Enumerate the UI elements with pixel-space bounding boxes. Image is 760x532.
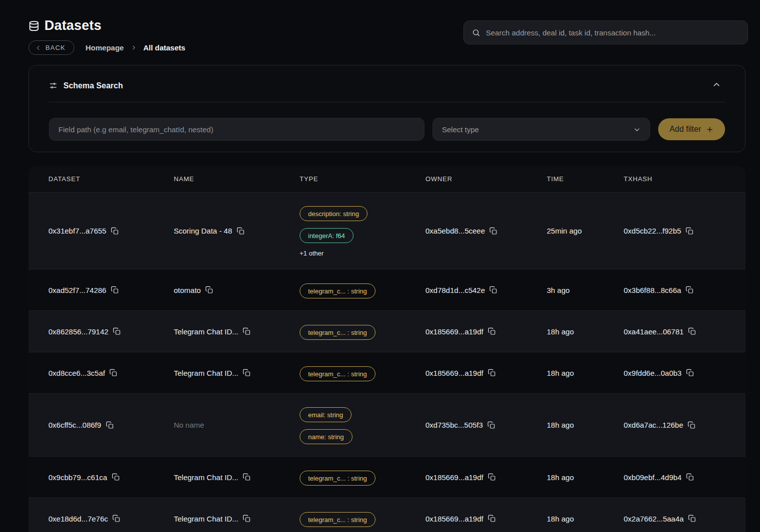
time-value: 18h ago — [547, 327, 574, 336]
chevron-right-icon — [131, 45, 136, 50]
copy-icon — [686, 473, 694, 481]
txhash-value: 0xb09ebf...4d9b4 — [624, 473, 682, 482]
copy-dataset-button[interactable] — [112, 473, 120, 481]
copy-name-button[interactable] — [243, 473, 251, 481]
copy-txhash-button[interactable] — [686, 369, 694, 377]
owner-cell: 0x185669...a19df — [425, 515, 547, 523]
back-button[interactable]: BACK — [28, 40, 74, 55]
type-cell: telegram_c... : string — [300, 457, 425, 498]
name-value: Telegram Chat ID... — [174, 515, 238, 523]
copy-icon — [686, 286, 694, 294]
txhash-cell: 0xb09ebf...4d9b4 — [624, 473, 746, 482]
name-value: otomato — [174, 286, 201, 294]
table-row[interactable]: 0x9cbb79...c61ca Telegram Chat ID... tel… — [28, 456, 746, 498]
txhash-value: 0x9fdd6e...0a0b3 — [624, 369, 682, 377]
dataset-cell: 0xe18d6d...7e76c — [48, 515, 174, 523]
copy-icon — [243, 369, 251, 377]
copy-name-button[interactable] — [243, 515, 251, 523]
type-select[interactable]: Select type — [432, 118, 650, 141]
field-path-input[interactable] — [49, 118, 424, 141]
table-row[interactable]: 0xad52f7...74286 otomato telegram_c... :… — [28, 269, 746, 310]
time-value: 18h ago — [547, 421, 574, 429]
copy-name-button[interactable] — [243, 369, 251, 377]
owner-value: 0x185669...a19df — [425, 515, 483, 523]
owner-cell: 0x185669...a19df — [425, 327, 547, 336]
copy-txhash-button[interactable] — [686, 286, 694, 294]
owner-value: 0xa5ebd8...5ceee — [425, 227, 485, 235]
table-row[interactable]: 0x862856...79142 Telegram Chat ID... tel… — [28, 310, 746, 352]
copy-txhash-button[interactable] — [686, 227, 694, 235]
copy-dataset-button[interactable] — [111, 286, 119, 294]
search-input[interactable] — [486, 28, 740, 37]
type-cell: description: stringintegerA: f64+1 other — [300, 193, 425, 269]
copy-icon — [113, 327, 121, 335]
extra-types-label: +1 other — [300, 250, 324, 257]
copy-icon — [688, 421, 696, 429]
copy-owner-button[interactable] — [488, 369, 496, 377]
time-value: 3h ago — [547, 286, 570, 294]
type-cell: email: stringname: string — [300, 394, 425, 456]
column-header-type: TYPE — [300, 175, 425, 183]
table-row[interactable]: 0x6cff5c...086f9 No name email: stringna… — [28, 393, 746, 456]
time-value: 18h ago — [547, 473, 574, 482]
table-row[interactable]: 0xe18d6d...7e76c Telegram Chat ID... tel… — [28, 498, 746, 532]
copy-txhash-button[interactable] — [688, 515, 696, 523]
txhash-value: 0xd5cb22...f92b5 — [624, 227, 681, 235]
copy-owner-button[interactable] — [489, 227, 497, 235]
copy-icon — [488, 473, 496, 481]
time-value: 18h ago — [547, 515, 574, 523]
time-cell: 18h ago — [547, 515, 624, 523]
chevron-left-icon — [35, 45, 41, 51]
type-badge: telegram_c... : string — [300, 366, 376, 381]
breadcrumb-homepage[interactable]: Homepage — [85, 43, 124, 52]
copy-icon — [488, 369, 496, 377]
copy-name-button[interactable] — [243, 327, 251, 335]
dataset-cell: 0x862856...79142 — [48, 327, 174, 336]
copy-name-button[interactable] — [205, 286, 213, 294]
copy-dataset-button[interactable] — [113, 327, 121, 335]
copy-owner-button[interactable] — [488, 327, 496, 335]
dataset-value: 0xad52f7...74286 — [48, 286, 106, 294]
time-cell: 18h ago — [547, 327, 624, 336]
copy-icon — [112, 473, 120, 481]
copy-dataset-button[interactable] — [106, 421, 114, 429]
copy-owner-button[interactable] — [489, 286, 497, 294]
copy-txhash-button[interactable] — [688, 327, 696, 335]
name-cell: No name — [174, 421, 300, 429]
owner-cell: 0x185669...a19df — [425, 369, 547, 377]
copy-dataset-button[interactable] — [112, 515, 120, 523]
copy-icon — [488, 515, 496, 523]
name-value: Telegram Chat ID... — [174, 473, 238, 482]
copy-dataset-button[interactable] — [111, 227, 119, 235]
column-header-owner: OWNER — [425, 175, 547, 183]
copy-owner-button[interactable] — [488, 515, 496, 523]
table-body: 0x31ebf7...a7655 Scoring Data - 48 descr… — [28, 192, 746, 532]
collapse-panel-button[interactable] — [710, 78, 723, 93]
copy-icon — [488, 327, 496, 335]
txhash-cell: 0x9fdd6e...0a0b3 — [624, 369, 746, 377]
copy-owner-button[interactable] — [488, 473, 496, 481]
add-filter-button[interactable]: Add filter — [658, 118, 725, 140]
table-row[interactable]: 0x31ebf7...a7655 Scoring Data - 48 descr… — [28, 192, 746, 269]
copy-owner-button[interactable] — [487, 421, 495, 429]
txhash-cell: 0xa41aee...06781 — [624, 327, 746, 336]
database-icon — [28, 20, 39, 31]
dataset-cell: 0xad52f7...74286 — [48, 286, 174, 294]
type-badge: name: string — [300, 429, 353, 444]
search-icon — [472, 28, 480, 37]
copy-dataset-button[interactable] — [109, 369, 117, 377]
txhash-value: 0x2a7662...5aa4a — [624, 515, 684, 523]
table-row[interactable]: 0xd8cce6...3c5af Telegram Chat ID... tel… — [28, 352, 746, 393]
column-header-dataset: DATASET — [48, 175, 174, 183]
type-badge: telegram_c... : string — [300, 283, 376, 298]
copy-name-button[interactable] — [237, 227, 245, 235]
dataset-value: 0xd8cce6...3c5af — [48, 369, 105, 377]
time-cell: 18h ago — [547, 369, 624, 377]
copy-txhash-button[interactable] — [688, 421, 696, 429]
schema-search-title: Schema Search — [63, 81, 123, 90]
owner-value: 0xd78d1d...c542e — [425, 286, 485, 294]
name-cell: Telegram Chat ID... — [174, 327, 300, 336]
copy-txhash-button[interactable] — [686, 473, 694, 481]
dataset-value: 0x862856...79142 — [48, 327, 108, 336]
name-value: Telegram Chat ID... — [174, 369, 238, 377]
